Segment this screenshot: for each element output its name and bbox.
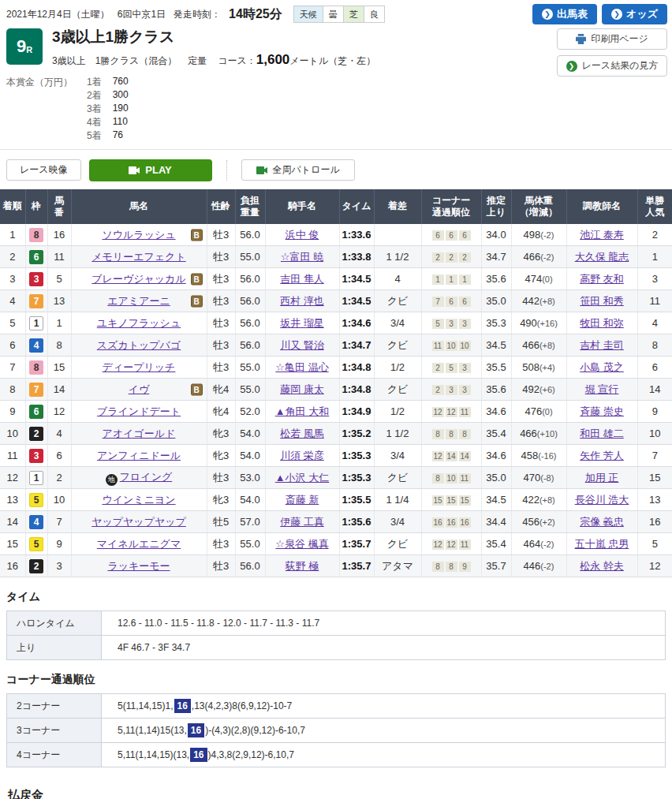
horse-name-link[interactable]: アンフィニドール [97,450,181,461]
frame-cell: 3 [25,268,47,290]
finish-position: 7 [0,357,25,379]
frame-number: 1 [29,316,43,330]
race-video-button[interactable]: レース映像 [6,159,81,181]
horse-name-link[interactable]: マイネルエニグマ [97,538,181,550]
jockey-link[interactable]: 松若 風馬 [280,428,324,439]
trainer-link[interactable]: 堀 宣行 [585,383,619,395]
jockey-link[interactable]: ☆泉谷 楓真 [275,538,328,550]
result-row: 1136アンフィニドール牝354.0川須 栄彦1:35.33/412141434… [0,445,672,467]
horse-name-link[interactable]: ヤップヤップヤップ [91,516,186,528]
horse-name-link[interactable]: エアミアーニ [107,295,170,307]
trainer-cell: 笹田 和秀 [566,290,637,312]
topbar: 2021年12月4日（土曜） 6回中京1日 発走時刻： 14時25分 天候 曇 … [0,0,672,24]
local-horse-mark: 地 [106,474,118,486]
trainer-link[interactable]: 松永 幹夫 [580,560,624,572]
frame-cell: 6 [25,246,47,268]
win-favorite-rank: 2 [637,224,672,246]
trainer-cell: 矢作 芳人 [566,445,637,467]
horse-name-link[interactable]: ユキノフラッシュ [97,317,181,329]
trainer-link[interactable]: 長谷川 浩大 [575,494,629,506]
jockey-cell: ☆富田 暁 [265,246,339,268]
jockey-link[interactable]: 浜中 俊 [286,229,319,241]
jockey-link[interactable]: 西村 淳也 [280,295,324,307]
margin: クビ [374,334,421,357]
trainer-link[interactable]: 斉藤 崇史 [580,405,624,417]
trainer-link[interactable]: 矢作 芳人 [580,450,624,461]
jockey-link[interactable]: 吉田 隼人 [280,273,324,285]
jockey-link[interactable]: ▲角田 大和 [275,405,329,417]
jockey-link[interactable]: ☆富田 暁 [281,251,323,263]
trainer-link[interactable]: 池江 泰寿 [580,229,624,241]
time-cell: 1:34.7 [339,334,374,357]
horse-name-link[interactable]: スズカトップバゴ [97,339,181,351]
last-3f: 35.3 [481,312,511,334]
result-row: 1024アオイゴールド牝354.0松若 風馬1:35.21 1/288835.4… [0,423,672,445]
jockey-cell: 川又 賢治 [265,334,339,357]
last-3f: 35.0 [481,467,511,489]
horse-name-link[interactable]: ソウルラッシュ [102,229,175,241]
margin: 3/4 [374,445,421,467]
jockey-link[interactable]: 川須 栄彦 [280,450,324,461]
body-weight-cell: 490(+16) [511,312,566,334]
jockey-link[interactable]: 荻野 極 [286,560,319,572]
horse-name-link[interactable]: ディープリッチ [103,361,176,373]
frame-number: 3 [29,449,43,463]
finish-time: 1:35.3 [342,450,371,461]
corner-order-text: 5,11(1,14,15)(13, [118,749,189,760]
how-to-read-button[interactable]: ❯ レース結果の見方 [557,55,667,77]
jockey-link[interactable]: 斎藤 新 [286,494,319,506]
horse-name-link[interactable]: ウインミニヨン [102,494,175,506]
jockey-link[interactable]: 坂井 瑠星 [280,317,324,329]
corner-position-chip: 3 [459,385,471,395]
frame-cell: 2 [25,555,47,577]
course-distance: 1,600 [256,52,290,67]
corner-position-chip: 12 [446,540,457,550]
corner-position-chip: 11 [459,540,471,550]
finish-time: 1:35.3 [342,472,371,484]
patrol-video-button[interactable]: 全周パトロール [241,159,355,181]
horse-name-link[interactable]: ラッキーモー [107,560,170,572]
horse-name-link[interactable]: ブラインドデート [97,405,181,417]
horse-name-link[interactable]: イヴ [129,383,150,395]
trainer-link[interactable]: 大久保 龍志 [575,251,629,263]
jockey-link[interactable]: 伊藤 工真 [280,516,324,528]
trainer-link[interactable]: 加用 正 [585,472,619,484]
trainer-link[interactable]: 笹田 和秀 [580,295,624,307]
corner-position-chip: 8 [432,562,444,572]
trainer-link[interactable]: 牧田 和弥 [580,317,624,329]
horse-name-link[interactable]: ブレーヴジャッカル [91,273,185,285]
win-favorite-rank: 9 [637,401,672,423]
horse-name-cell: ブラインドデート [71,401,207,423]
horse-name-link[interactable]: フロイング [120,471,173,483]
body-weight: 442 [522,295,539,307]
horse-name-link[interactable]: アオイゴールド [103,428,176,439]
race-result-page: 2021年12月4日（土曜） 6回中京1日 発走時刻： 14時25分 天候 曇 … [0,0,672,799]
race-conditions: 3歳以上 1勝クラス（混合） 定量 コース：1,600メートル（芝・左） [52,52,375,68]
jockey-cell: 西村 淳也 [265,290,339,312]
trainer-link[interactable]: 五十嵐 忠男 [575,538,629,550]
odds-button[interactable]: ❯ オッズ [602,4,667,24]
print-button[interactable]: 印刷用ページ [557,28,667,50]
trainer-link[interactable]: 和田 雄二 [580,428,624,439]
jockey-link[interactable]: 藤岡 康太 [280,383,324,395]
jockey-link[interactable]: ▲小沢 大仁 [275,472,329,484]
play-button[interactable]: PLAY [89,159,212,181]
trainer-link[interactable]: 宗像 義忠 [580,516,624,528]
carried-weight: 55.0 [235,246,265,268]
sex-age: 牝3 [207,423,235,445]
results-column-header: 着差 [374,189,421,224]
win-favorite-rank: 15 [637,467,672,489]
entries-button[interactable]: ❯ 出馬表 [532,4,597,24]
body-weight: 466 [520,428,537,439]
carried-weight: 56.0 [235,290,265,312]
corner-position-chip: 6 [446,297,457,307]
trainer-link[interactable]: 吉村 圭司 [580,339,624,351]
trainer-link[interactable]: 高野 友和 [580,273,624,285]
sex-age: 牝3 [207,489,235,511]
jockey-link[interactable]: ☆亀田 温心 [275,361,328,373]
prize-line: 本賞金（万円） 1着7602着3003着1904着1105着76 [0,68,672,150]
horse-name-link[interactable]: メモリーエフェクト [91,251,185,263]
play-button-label: PLAY [145,164,171,176]
trainer-link[interactable]: 小島 茂之 [580,361,624,373]
jockey-link[interactable]: 川又 賢治 [280,339,324,351]
